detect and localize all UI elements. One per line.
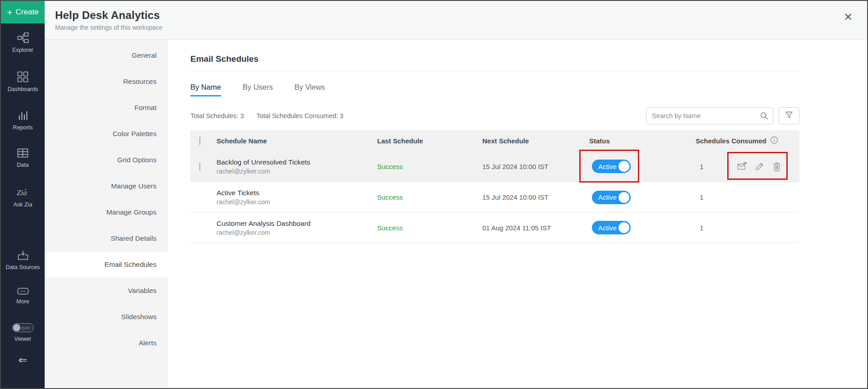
tab-by-users[interactable]: By Users	[243, 83, 273, 96]
sidebar-item-data[interactable]: Data	[1, 148, 45, 169]
settings-item-email-schedules[interactable]: Email Schedules	[45, 252, 168, 278]
settings-item-manage-users[interactable]: Manage Users	[45, 173, 168, 199]
sidebar-item-reports[interactable]: Reports	[1, 110, 45, 132]
tab-by-views[interactable]: By Views	[295, 83, 325, 96]
select-all-checkbox[interactable]	[199, 137, 200, 145]
schedule-owner: rachel@zylker.com	[217, 198, 377, 206]
section-title: Email Schedules	[190, 54, 867, 64]
last-schedule-status: Success	[377, 224, 482, 232]
app-window: + Create Explorer	[0, 0, 868, 389]
divider	[190, 71, 799, 71]
status-toggle[interactable]: Active	[592, 191, 631, 204]
row-checkbox[interactable]	[199, 162, 200, 171]
schedule-name: Customer Analysis Dashboard	[217, 220, 377, 228]
row-actions	[737, 151, 781, 182]
settings-item-resources[interactable]: Resources	[45, 69, 168, 95]
table-row[interactable]: Customer Analysis Dashboard rachel@zylke…	[190, 212, 799, 243]
more-ellipsis-icon	[17, 288, 29, 295]
schedule-name: Active Tickets	[217, 189, 377, 197]
settings-item-grid-options[interactable]: Grid Options	[45, 147, 168, 173]
settings-item-variables[interactable]: Variables	[45, 278, 168, 304]
sidebar-item-label: Data	[17, 162, 28, 169]
schedule-tabs: By Name By Users By Views	[190, 83, 867, 96]
dashboards-grid-icon	[17, 71, 28, 82]
settings-item-slideshows[interactable]: Slideshows	[45, 304, 168, 330]
schedule-owner: rachel@zylker.com	[217, 229, 377, 236]
next-schedule-time: 15 Jul 2024 10:00 IST	[482, 163, 589, 170]
search-box	[646, 107, 773, 124]
info-icon[interactable]	[770, 136, 778, 146]
plus-icon: +	[7, 8, 12, 17]
create-button[interactable]: + Create	[1, 1, 45, 23]
workspace-header: Help Desk Analytics Manage the settings …	[45, 1, 867, 40]
schedules-consumed-count: 1	[696, 224, 786, 232]
zia-icon: Zia	[15, 187, 31, 198]
status-toggle-knob	[619, 161, 629, 172]
collapse-left-icon[interactable]: ⇐	[18, 355, 27, 366]
sidebar-item-more[interactable]: More	[1, 288, 45, 306]
reports-bars-icon	[18, 110, 28, 121]
send-mail-icon[interactable]	[737, 162, 747, 171]
delete-icon[interactable]	[772, 162, 781, 171]
close-icon[interactable]: ✕	[844, 12, 853, 23]
schedule-name: Backlog of Unresolved Tickets	[217, 158, 377, 166]
last-schedule-status: Success	[377, 163, 482, 170]
sidebar-item-label: More	[16, 298, 29, 306]
sidebar-item-label: Explorer	[12, 47, 33, 54]
content-pane: Help Desk Analytics Manage the settings …	[45, 1, 867, 388]
app-sidebar: + Create Explorer	[1, 1, 45, 388]
search-input[interactable]	[646, 107, 773, 124]
viewer-label: Viewer	[14, 336, 32, 343]
sidebar-item-dashboards[interactable]: Dashboards	[1, 71, 45, 93]
table-header-row: Schedule Name Last Schedule Next Schedul…	[190, 130, 799, 151]
page-title: Help Desk Analytics	[55, 9, 867, 22]
viewer-toggle-item[interactable]: OFF Viewer	[1, 323, 45, 343]
status-toggle[interactable]: Active	[592, 221, 631, 234]
filter-button[interactable]	[779, 107, 799, 124]
column-header-schedule-name: Schedule Name	[217, 137, 377, 145]
total-schedules-consumed: Total Schedules Consumed: 3	[257, 112, 344, 119]
settings-sidebar: General Resources Format Color Palettes …	[45, 40, 168, 388]
viewer-toggle-knob	[13, 324, 20, 331]
settings-item-alerts[interactable]: Alerts	[45, 330, 168, 356]
settings-item-format[interactable]: Format	[45, 95, 168, 121]
status-toggle-knob	[619, 192, 629, 203]
settings-item-color-palettes[interactable]: Color Palettes	[45, 121, 168, 147]
sidebar-item-label: Ask Zia	[14, 201, 32, 209]
data-table-icon	[17, 148, 28, 158]
schedules-table: Schedule Name Last Schedule Next Schedul…	[190, 130, 799, 243]
totals: Total Schedules: 3 Total Schedules Consu…	[190, 112, 343, 119]
table-row[interactable]: Backlog of Unresolved Tickets rachel@zyl…	[190, 151, 799, 182]
column-header-last-schedule: Last Schedule	[377, 137, 482, 145]
sidebar-item-label: Reports	[13, 124, 33, 132]
email-schedules-panel: Email Schedules By Name By Users By View…	[168, 40, 867, 388]
sidebar-item-explorer[interactable]: Explorer	[1, 32, 45, 54]
next-schedule-time: 15 Jul 2024 10:00 IST	[482, 193, 589, 201]
sidebar-item-data-sources[interactable]: Data Sources	[1, 250, 45, 271]
settings-item-general[interactable]: General	[45, 42, 168, 69]
filter-funnel-icon	[785, 111, 793, 121]
column-header-status: Status	[589, 137, 696, 145]
last-schedule-status: Success	[377, 193, 482, 201]
explorer-tree-icon	[17, 32, 29, 43]
status-toggle-label: Active	[598, 224, 617, 232]
schedule-owner: rachel@zylker.com	[217, 168, 377, 175]
schedules-consumed-count: 1	[696, 193, 786, 201]
viewer-toggle[interactable]: OFF	[12, 323, 34, 332]
total-schedules: Total Schedules: 3	[190, 112, 244, 119]
status-toggle-knob	[619, 222, 629, 233]
tab-by-name[interactable]: By Name	[190, 83, 221, 96]
table-row[interactable]: Active Tickets rachel@zylker.com Success…	[190, 182, 799, 212]
table-toolbar: Total Schedules: 3 Total Schedules Consu…	[190, 107, 799, 124]
settings-item-manage-groups[interactable]: Manage Groups	[45, 199, 168, 225]
create-button-label: Create	[16, 8, 39, 17]
sidebar-item-label: Data Sources	[6, 264, 40, 271]
status-toggle[interactable]: Active	[592, 160, 631, 173]
column-header-next-schedule: Next Schedule	[482, 137, 589, 145]
edit-icon[interactable]	[755, 162, 764, 171]
page-subtitle: Manage the settings of this workspace	[55, 24, 867, 31]
settings-item-shared-details[interactable]: Shared Details	[45, 225, 168, 252]
status-toggle-label: Active	[598, 163, 617, 170]
sidebar-item-ask-zia[interactable]: Zia Ask Zia	[1, 187, 45, 209]
data-sources-import-icon	[17, 250, 29, 261]
